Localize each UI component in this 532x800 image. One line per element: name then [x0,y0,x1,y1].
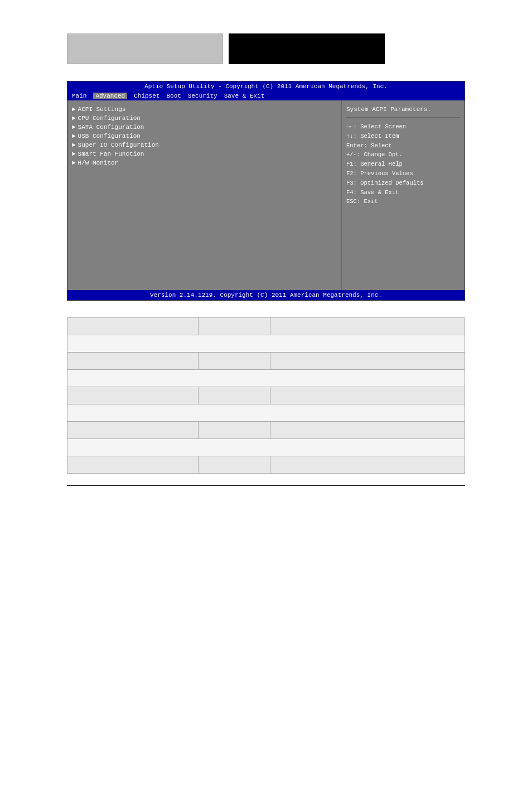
bios-screen: Aptio Setup Utility - Copyright (C) 2011… [67,81,465,301]
table-cell-5-1 [67,456,199,474]
data-table [67,317,465,474]
table-row-1 [67,318,465,335]
table-row-3 [67,387,465,404]
table-cell-1-1 [67,318,199,335]
table-cell-3-1 [67,387,199,404]
bios-entry-hwmonitor[interactable]: ► H/W Monitor [72,160,337,166]
table-cell-1-3 [270,318,465,335]
bios-title-bar: Aptio Setup Utility - Copyright (C) 2011… [67,81,465,91]
bios-entry-acpi-label: ACPI Settings [78,106,126,113]
bios-menu-security[interactable]: Security [188,93,217,99]
arrow-icon-superio: ► [72,142,76,148]
table-cell-3-3 [270,387,465,404]
key-f1: F1: General Help [346,160,460,169]
table-row-full-1 [67,335,465,353]
bios-content: ► ACPI Settings ► CPU Configuration ► SA… [67,100,465,290]
bios-right-panel: System ACPI Parameters. →←: Select Scree… [342,100,465,290]
table-row-5 [67,456,465,474]
bios-entry-acpi[interactable]: ► ACPI Settings [72,106,337,113]
arrow-icon-acpi: ► [72,106,76,113]
table-row-4 [67,422,465,439]
arrow-icon-cpu: ► [72,115,76,122]
bios-entry-superio-label: Super IO Configuration [78,142,159,148]
bios-help-text: System ACPI Parameters. [346,106,460,113]
table-cell-full-2 [67,370,465,387]
bios-menu-boot[interactable]: Boot [166,93,181,99]
key-change-opt: +/-: Change Opt. [346,150,460,160]
bios-entry-usb[interactable]: ► USB Configuration [72,133,337,139]
bios-menu-advanced[interactable]: Advanced [93,93,127,99]
bios-menu-bar[interactable]: Main Advanced Chipset Boot Security Save… [67,91,465,100]
table-row-2 [67,353,465,370]
bios-entry-hwmonitor-label: H/W Monitor [78,160,119,166]
bios-entry-sata[interactable]: ► SATA Configuration [72,124,337,131]
arrow-icon-usb: ► [72,133,76,139]
table-cell-2-1 [67,353,199,370]
key-select-item: ↑↓: Select Item [346,132,460,141]
table-cell-full-3 [67,404,465,422]
arrow-icon-hwmonitor: ► [72,160,76,166]
bios-entry-usb-label: USB Configuration [78,133,141,139]
bottom-divider [67,485,465,486]
bios-left-panel: ► ACPI Settings ► CPU Configuration ► SA… [67,100,342,290]
arrow-icon-sata: ► [72,124,76,131]
table-cell-4-2 [199,422,270,439]
key-enter: Enter: Select [346,141,460,151]
top-header [67,33,465,64]
bios-footer-text: Version 2.14.1219. Copyright (C) 2011 Am… [150,292,382,298]
bios-entry-smartfan-label: Smart Fan Function [78,151,144,157]
bios-footer: Version 2.14.1219. Copyright (C) 2011 Am… [67,290,465,300]
key-select-screen: →←: Select Screen [346,122,460,132]
bios-entry-cpu-label: CPU Configuration [78,115,141,122]
key-f4: F4: Save & Exit [346,188,460,197]
arrow-icon-smartfan: ► [72,151,76,157]
table-cell-full-1 [67,335,465,353]
table-row-full-3 [67,404,465,422]
table-section [67,317,465,474]
bios-title: Aptio Setup Utility - Copyright (C) 2011… [144,83,388,90]
table-cell-3-2 [199,387,270,404]
bios-entry-cpu[interactable]: ► CPU Configuration [72,115,337,122]
header-right-block [229,33,385,64]
bios-menu-chipset[interactable]: Chipset [134,93,159,99]
bios-entry-smartfan[interactable]: ► Smart Fan Function [72,151,337,157]
bios-entry-superio[interactable]: ► Super IO Configuration [72,142,337,148]
bios-divider [346,117,460,118]
table-cell-1-2 [199,318,270,335]
bios-keys: →←: Select Screen ↑↓: Select Item Enter:… [346,122,460,206]
bios-entry-sata-label: SATA Configuration [78,124,144,131]
bios-menu-main[interactable]: Main [72,93,86,99]
table-cell-2-3 [270,353,465,370]
bios-menu-save-exit[interactable]: Save & Exit [224,93,265,99]
table-row-full-4 [67,439,465,456]
key-f2: F2: Previous Values [346,169,460,179]
key-esc: ESC: Exit [346,197,460,206]
table-cell-5-2 [199,456,270,474]
table-cell-2-2 [199,353,270,370]
table-cell-5-3 [270,456,465,474]
header-left-block [67,33,223,64]
table-cell-full-4 [67,439,465,456]
table-cell-4-3 [270,422,465,439]
table-row-full-2 [67,370,465,387]
table-cell-4-1 [67,422,199,439]
key-f3: F3: Optimized Defaults [346,179,460,188]
